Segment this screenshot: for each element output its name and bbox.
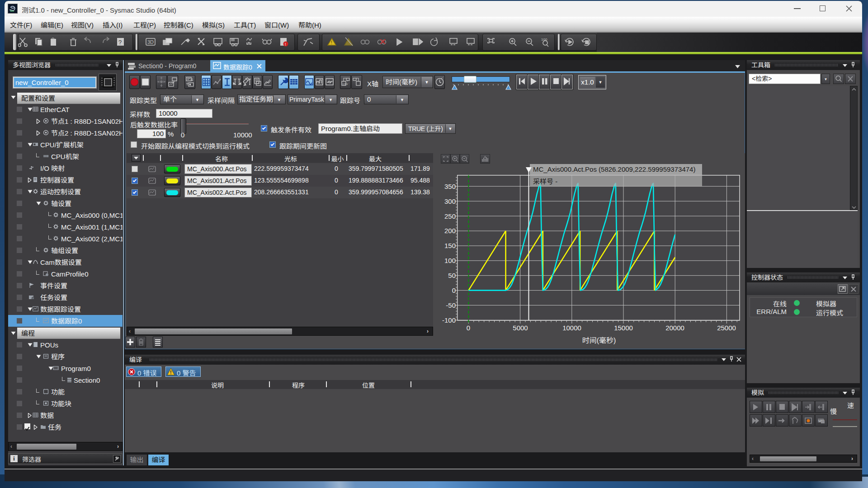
svg-text:CSV: CSV: [343, 83, 348, 85]
svg-text:!: !: [285, 42, 286, 47]
svg-text:!: !: [331, 40, 332, 45]
svg-text:?: ?: [118, 39, 122, 46]
svg-text:3D: 3D: [147, 39, 154, 45]
svg-text:Stu: Stu: [10, 9, 14, 12]
